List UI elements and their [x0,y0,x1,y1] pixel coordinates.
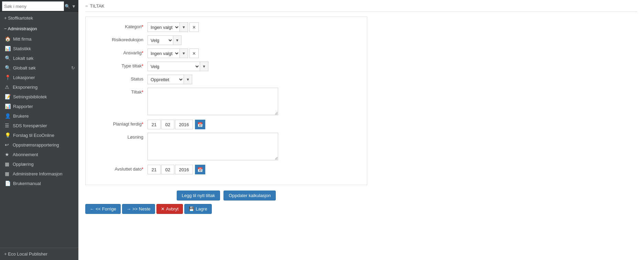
type-tiltak-dropdown-wrap[interactable]: Velg Teknisk Administrativ Personlig ver… [148,62,208,71]
kategori-caret-button[interactable]: ▼ [179,23,188,32]
risikoreduksjon-caret-button[interactable]: ▼ [173,36,181,45]
sidebar-item-lokalt-sok[interactable]: 🔍 Lokalt søk [0,53,78,63]
sidebar-item-forslag[interactable]: 💡 Forslag til EcoOnline [0,130,78,140]
type-tiltak-controls: Velg Teknisk Administrativ Personlig ver… [148,62,208,71]
sidebar: 🔍 ▼ + Stoffkartotek − Administrasjon 🏠 M… [0,0,78,260]
sidebar-item-lokasjoner[interactable]: 📍 Lokasjoner [0,73,78,82]
tiltak-textarea-wrap [148,88,278,116]
planlagt-date-group: 📅 [148,120,205,129]
minus-icon: − [4,26,7,31]
info-grid-icon: ▦ [5,171,10,176]
sidebar-item-rapporter[interactable]: 📊 Rapporter [0,101,78,111]
ansvarlig-clear-button[interactable]: ✕ [189,48,199,58]
sidebar-item-setningsbibliotek[interactable]: 📝 Setningsbibliotek [0,92,78,101]
risikoreduksjon-dropdown-wrap[interactable]: Velg Lav Middels Høy ▼ [148,35,182,45]
forrige-arrow-icon: ← [90,206,94,212]
avsluttet-year-input[interactable] [175,165,193,174]
refresh-icon[interactable]: ↻ [71,65,75,71]
sidebar-item-statistikk[interactable]: 📊 Statistikk [0,44,78,53]
form-actions: Legg til nytt tiltak Oppdater kalkulasjo… [85,191,367,201]
kategori-label: Kategori* [92,22,148,29]
sidebar-item-opplaering[interactable]: ▦ Opplæring [0,159,78,169]
forrige-button[interactable]: ← << Forrige [85,204,121,214]
lagre-save-icon: 💾 [189,206,194,212]
planlagt-month-input[interactable] [161,120,174,129]
search-icon[interactable]: 🔍 [64,4,71,9]
search-input[interactable] [2,1,64,11]
tiltak-minus-icon: − [85,3,88,9]
planlagt-day-input[interactable] [148,120,161,129]
oppdater-button[interactable]: Oppdater kalkulasjon [223,191,276,201]
sidebar-item-label: Statistikk [13,46,31,51]
tiltak-title: TILTAK [90,3,105,9]
neste-button[interactable]: → >> Neste [122,204,155,214]
manual-icon: 📄 [5,181,11,186]
sidebar-item-globalt-sok[interactable]: 🔍 Globalt søk ↻ [0,63,78,73]
sidebar-item-label: Setningsbibliotek [13,94,47,99]
risikoreduksjon-label: Risikoreduksjon [92,35,148,42]
sidebar-section-admin-label: Administrasjon [8,26,37,31]
type-tiltak-row: Type tiltak* Velg Teknisk Administrativ … [92,62,360,71]
planlagt-year-input[interactable] [175,120,193,129]
kategori-controls: Ingen valgt ▼ ✕ [148,22,199,32]
sidebar-item-administrere-informasjon[interactable]: ▦ Administrere Informasjon [0,169,78,178]
sidebar-item-abonnement[interactable]: ★ Abonnement [0,150,78,159]
status-dropdown-wrap[interactable]: Opprettet Under arbeid Fullført ▼ [148,75,192,84]
avsluttet-day-input[interactable] [148,165,161,174]
planlagt-calendar-button[interactable]: 📅 [195,120,205,129]
sidebar-item-brukermanual[interactable]: 📄 Brukermanual [0,178,78,188]
kategori-select[interactable]: Ingen valgt [148,23,179,32]
type-tiltak-label: Type tiltak* [92,62,148,68]
status-label: Status [92,75,148,82]
ansvarlig-select[interactable]: Ingen valgt [148,49,179,58]
avsluttet-date-group: 📅 [148,165,205,174]
losning-textarea[interactable] [148,133,278,160]
home-icon: 🏠 [5,36,11,42]
sidebar-item-label: Oppstrømsrapportering [13,142,59,148]
lagre-button[interactable]: 💾 Lagre [184,204,211,214]
sidebar-item-label: Rapporter [13,104,33,109]
star-icon: ★ [5,152,10,157]
status-caret-button[interactable]: ▼ [184,75,192,84]
tiltak-form: Kategori* Ingen valgt ▼ ✕ Risikoreduksjo… [85,17,367,185]
risikoreduksjon-select[interactable]: Velg Lav Middels Høy [148,36,173,45]
sidebar-item-label: Globalt søk [13,65,36,71]
tiltak-header: − TILTAK [85,3,637,12]
list-icon: ☰ [5,123,10,128]
tiltak-textarea[interactable] [148,88,278,115]
sidebar-item-sds[interactable]: ☰ SDS forespørsler [0,121,78,130]
type-tiltak-select[interactable]: Velg Teknisk Administrativ Personlig ver… [148,62,200,71]
sidebar-section-administrasjon[interactable]: − Administrasjon [0,23,78,34]
sidebar-item-eksponering[interactable]: ⚠ Eksponering [0,82,78,92]
search-global-icon: 🔍 [5,65,11,71]
sidebar-item-mitt-firma[interactable]: 🏠 Mitt firma [0,34,78,44]
avbryt-button[interactable]: ✕ Avbryt [156,204,183,214]
avsluttet-dato-row: Avsluttet dato* 📅 [92,165,360,174]
warning-icon: ⚠ [5,84,10,90]
sidebar-item-brukere[interactable]: 👤 Brukere [0,111,78,121]
status-row: Status Opprettet Under arbeid Fullført ▼ [92,75,360,84]
search-caret-icon[interactable]: ▼ [71,4,77,9]
kategori-clear-button[interactable]: ✕ [189,22,199,32]
ansvarlig-dropdown-wrap[interactable]: Ingen valgt ▼ [148,48,188,58]
status-select[interactable]: Opprettet Under arbeid Fullført [148,75,184,84]
main-content: − TILTAK Kategori* Ingen valgt ▼ ✕ Risik… [78,0,644,260]
eco-local-publisher-label: Eco Local Publisher [8,251,47,257]
type-tiltak-caret-button[interactable]: ▼ [200,62,208,71]
avsluttet-month-input[interactable] [161,165,174,174]
sidebar-item-oppstromsrapportering[interactable]: ↩ Oppstrømsrapportering [0,140,78,150]
kategori-dropdown-wrap[interactable]: Ingen valgt ▼ [148,22,188,32]
sidebar-item-label: Abonnement [13,152,38,157]
sidebar-search-bar[interactable]: 🔍 ▼ [0,0,78,13]
avsluttet-calendar-button[interactable]: 📅 [195,165,205,174]
legg-til-button[interactable]: Legg til nytt tiltak [177,191,220,201]
sidebar-item-label: Brukermanual [13,181,41,186]
sidebar-eco-local-publisher[interactable]: + Eco Local Publisher [0,248,78,260]
reports-icon: 📊 [5,104,11,109]
library-icon: 📝 [5,94,11,99]
losning-row: Løsning [92,133,360,161]
ansvarlig-caret-button[interactable]: ▼ [179,49,188,58]
tiltak-textarea-row: Tiltak* [92,88,360,116]
sidebar-section-stoffkartotek[interactable]: + Stoffkartotek [0,13,78,23]
search-icon: 🔍 [5,55,11,61]
